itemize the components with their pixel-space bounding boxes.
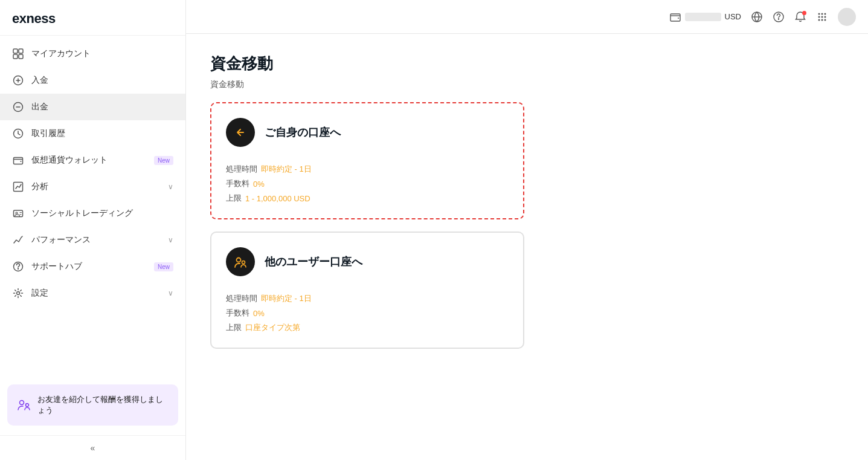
svg-point-17 xyxy=(678,18,679,19)
svg-point-29 xyxy=(237,258,241,262)
sidebar-label-withdrawal: 出金 xyxy=(31,102,173,112)
sidebar-label-settings: 設定 xyxy=(31,288,161,299)
self-transfer-card[interactable]: ご自身の口座へ 処理時間 即時約定 - 1日 手数料 0% 上限 1 - 1,0… xyxy=(210,102,524,219)
svg-point-30 xyxy=(242,261,245,264)
svg-point-15 xyxy=(26,403,29,406)
sidebar-item-withdrawal[interactable]: 出金 xyxy=(0,94,185,120)
svg-point-27 xyxy=(821,19,823,21)
social-icon xyxy=(12,207,24,219)
analytics-chevron: ∨ xyxy=(168,183,173,191)
other-user-transfer-details: 処理時間 即時約定 - 1日 手数料 0% 上限 口座タイプ次第 xyxy=(226,293,509,333)
settings-icon xyxy=(12,287,24,299)
sidebar-item-crypto-wallet[interactable]: 仮想通貨ウォレット New xyxy=(0,147,185,173)
help-icon-button[interactable] xyxy=(773,11,785,23)
svg-rect-7 xyxy=(14,158,23,164)
notification-dot xyxy=(802,11,806,15)
main-area: USD xyxy=(186,0,868,460)
sidebar-label-trade-history: 取引履歴 xyxy=(31,128,173,139)
settings-chevron: ∨ xyxy=(168,289,173,297)
analytics-icon xyxy=(12,181,24,193)
other-user-transfer-icon xyxy=(226,247,255,276)
svg-point-13 xyxy=(17,292,20,295)
sidebar-label-social-trading: ソーシャルトレーディング xyxy=(31,208,173,219)
referral-text: お友達を紹介して報酬を獲得しましょう xyxy=(37,394,169,416)
sidebar-item-performance[interactable]: パフォーマンス ∨ xyxy=(0,227,185,253)
sidebar-label-my-account: マイアカウント xyxy=(31,48,173,59)
sidebar-item-trade-history[interactable]: 取引履歴 xyxy=(0,120,185,147)
wallet-topbar-icon xyxy=(669,11,681,23)
svg-rect-2 xyxy=(13,54,18,59)
performance-chevron: ∨ xyxy=(168,236,173,244)
self-transfer-details: 処理時間 即時約定 - 1日 手数料 0% 上限 1 - 1,000,000 U… xyxy=(226,164,509,204)
page-content: 資金移動 資金移動 ご自身の口座へ 処理時間 即時 xyxy=(186,34,868,460)
other-user-transfer-time: 処理時間 即時約定 - 1日 xyxy=(226,293,509,304)
svg-point-21 xyxy=(821,13,823,15)
referral-banner[interactable]: お友達を紹介して報酬を獲得しましょう xyxy=(7,384,178,426)
svg-point-11 xyxy=(16,212,18,214)
section-label: 資金移動 xyxy=(210,79,844,90)
notification-icon-button[interactable] xyxy=(794,11,806,23)
svg-point-22 xyxy=(825,13,826,15)
logo: exness xyxy=(12,11,56,26)
sidebar-label-analytics: 分析 xyxy=(31,181,161,192)
sidebar-item-support-hub[interactable]: サポートハブ New xyxy=(0,253,185,280)
wallet-masked-value xyxy=(685,13,721,21)
self-transfer-limit: 上限 1 - 1,000,000 USD xyxy=(226,193,509,204)
withdrawal-icon xyxy=(12,101,24,113)
sidebar-label-support-hub: サポートハブ xyxy=(31,261,147,272)
self-transfer-fee: 手数料 0% xyxy=(226,178,509,189)
other-user-transfer-title: 他のユーザー口座へ xyxy=(265,254,362,269)
sidebar-label-performance: パフォーマンス xyxy=(31,235,161,245)
grid-icon xyxy=(12,48,24,60)
svg-point-8 xyxy=(21,161,22,162)
svg-point-26 xyxy=(818,19,820,21)
svg-rect-1 xyxy=(19,49,23,53)
sidebar-item-my-account[interactable]: マイアカウント xyxy=(0,40,185,67)
sidebar-label-crypto-wallet: 仮想通貨ウォレット xyxy=(31,155,147,166)
logo-area: exness xyxy=(0,0,185,36)
sidebar-label-deposit: 入金 xyxy=(31,75,173,86)
crypto-wallet-badge: New xyxy=(154,156,173,165)
svg-point-20 xyxy=(818,13,820,15)
history-icon xyxy=(12,128,24,140)
support-hub-badge: New xyxy=(154,262,173,271)
wallet-icon xyxy=(12,154,24,166)
globe-icon-button[interactable] xyxy=(751,11,763,23)
wallet-summary[interactable]: USD xyxy=(669,11,741,23)
self-transfer-time: 処理時間 即時約定 - 1日 xyxy=(226,164,509,175)
svg-point-14 xyxy=(20,400,24,404)
svg-rect-0 xyxy=(13,49,18,53)
performance-icon xyxy=(12,234,24,246)
sidebar-collapse-button[interactable]: « xyxy=(0,435,185,460)
other-user-transfer-card[interactable]: 他のユーザー口座へ 処理時間 即時約定 - 1日 手数料 0% 上限 口座タイプ… xyxy=(210,232,524,349)
svg-point-28 xyxy=(825,19,826,21)
transfer-cards-row: ご自身の口座へ 処理時間 即時約定 - 1日 手数料 0% 上限 1 - 1,0… xyxy=(210,102,844,349)
sidebar-item-settings[interactable]: 設定 ∨ xyxy=(0,280,185,306)
support-icon xyxy=(12,261,24,273)
self-transfer-title: ご自身の口座へ xyxy=(265,125,341,140)
svg-point-23 xyxy=(818,16,820,18)
deposit-icon xyxy=(12,74,24,86)
svg-rect-3 xyxy=(19,54,23,59)
sidebar-nav: マイアカウント 入金 出金 xyxy=(0,36,185,380)
sidebar: exness マイアカウント 入金 xyxy=(0,0,186,460)
self-transfer-card-header: ご自身の口座へ xyxy=(226,118,509,147)
topbar-currency: USD xyxy=(725,12,741,21)
svg-point-24 xyxy=(821,16,823,18)
user-avatar-button[interactable] xyxy=(838,8,856,26)
svg-point-25 xyxy=(825,16,826,18)
other-user-transfer-fee: 手数料 0% xyxy=(226,308,509,319)
other-user-transfer-limit: 上限 口座タイプ次第 xyxy=(226,322,509,333)
sidebar-item-social-trading[interactable]: ソーシャルトレーディング xyxy=(0,200,185,227)
topbar: USD xyxy=(186,0,868,34)
apps-icon-button[interactable] xyxy=(816,11,828,23)
referral-icon xyxy=(17,398,31,412)
svg-rect-16 xyxy=(670,14,680,21)
other-user-transfer-card-header: 他のユーザー口座へ xyxy=(226,247,509,276)
sidebar-item-deposit[interactable]: 入金 xyxy=(0,67,185,94)
sidebar-item-analytics[interactable]: 分析 ∨ xyxy=(0,173,185,200)
page-title: 資金移動 xyxy=(210,53,844,74)
self-transfer-icon xyxy=(226,118,255,147)
